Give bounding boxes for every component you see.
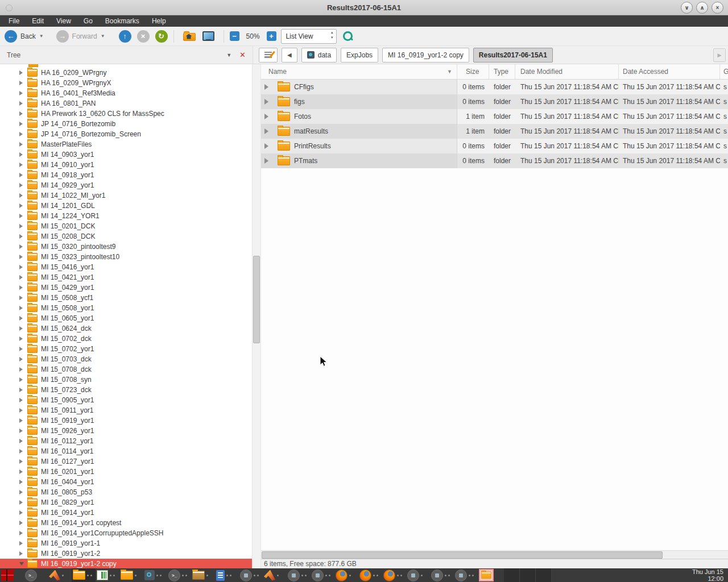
tree-item[interactable]: MI 15_0702_dck: [0, 334, 252, 344]
tree-item[interactable]: MI 15_0702_yor1: [0, 344, 252, 354]
tree-item[interactable]: MI 15_0708_syn: [0, 375, 252, 385]
tree-options-dropdown-icon[interactable]: ▼: [226, 52, 231, 58]
expander-icon[interactable]: [19, 541, 24, 546]
expander-icon[interactable]: [19, 357, 24, 361]
expander-icon[interactable]: [19, 316, 24, 321]
expander-icon[interactable]: [19, 439, 24, 443]
taskbar-item[interactable]: [358, 568, 382, 582]
taskbar-item[interactable]: [382, 568, 406, 582]
view-mode-spinner[interactable]: ▲▼: [326, 31, 334, 39]
tree-item[interactable]: MI 14_0910_yor1: [0, 160, 252, 170]
tree-item[interactable]: MasterPlateFiles: [0, 139, 252, 149]
row-expander-icon[interactable]: [264, 114, 268, 119]
menu-item-bookmarks[interactable]: Bookmarks: [99, 15, 146, 27]
expander-icon[interactable]: [19, 224, 24, 228]
tree-scrollbar-thumb[interactable]: [253, 256, 260, 343]
taskbar-item[interactable]: [0, 568, 24, 582]
taskbar-item[interactable]: [406, 568, 430, 582]
tree-item[interactable]: MI 14_1224_YOR1: [0, 211, 252, 221]
expander-icon[interactable]: [19, 459, 24, 464]
tree-item[interactable]: MI 16_0805_p53: [0, 487, 252, 497]
forward-button[interactable]: →: [56, 30, 69, 43]
tree-item[interactable]: MI 16_0919_yor1-2: [0, 548, 252, 559]
workspace-pager[interactable]: [504, 568, 552, 582]
taskbar-item[interactable]: [119, 568, 143, 582]
tree-item[interactable]: HA 16_0209_WPrgnyX: [0, 78, 252, 88]
table-row[interactable]: figs0 itemsfolderThu 15 Jun 2017 11:18:5…: [261, 94, 728, 109]
expander-icon[interactable]: [19, 521, 24, 525]
search-icon[interactable]: [342, 31, 354, 42]
row-expander-icon[interactable]: [264, 84, 268, 90]
tree-item[interactable]: HA 16_0801_PAN: [0, 98, 252, 109]
row-expander-icon[interactable]: [264, 143, 268, 149]
expander-icon[interactable]: [19, 551, 24, 556]
tree-item[interactable]: MI 16_0201_yor1: [0, 467, 252, 477]
expander-icon[interactable]: [19, 449, 24, 454]
back-label[interactable]: Back: [20, 32, 36, 40]
expander-icon[interactable]: [19, 285, 24, 290]
tree-item[interactable]: MI 14_0903_yor1: [0, 149, 252, 160]
expander-icon[interactable]: [19, 500, 24, 505]
expander-icon[interactable]: [19, 183, 24, 188]
column-header-date-modified[interactable]: Date Modified: [515, 64, 619, 79]
taskbar-item[interactable]: [191, 568, 215, 582]
tree-item[interactable]: MI 15_0320_pintooltest9: [0, 242, 252, 252]
expander-icon[interactable]: [19, 469, 24, 474]
zoom-in-button[interactable]: +: [267, 31, 276, 41]
home-button[interactable]: [183, 32, 196, 41]
table-row[interactable]: CFfigs0 itemsfolderThu 15 Jun 2017 11:18…: [261, 80, 728, 94]
tree-item[interactable]: MI 15_0723_dck: [0, 385, 252, 395]
expander-icon[interactable]: [19, 480, 24, 484]
menu-item-go[interactable]: Go: [77, 15, 99, 27]
column-header-size[interactable]: Size: [457, 64, 489, 79]
row-expander-icon[interactable]: [264, 99, 268, 105]
expander-icon[interactable]: [19, 214, 24, 218]
forward-label[interactable]: Forward: [72, 32, 97, 40]
expander-icon[interactable]: [19, 111, 24, 116]
tree-item[interactable]: MI 14_0918_yor1: [0, 170, 252, 180]
expander-icon[interactable]: [19, 429, 24, 433]
expander-icon[interactable]: [19, 70, 24, 75]
table-row[interactable]: matResults1 itemfolderThu 15 Jun 2017 11…: [261, 124, 728, 139]
edit-path-button[interactable]: [259, 48, 278, 63]
expander-icon[interactable]: [19, 101, 24, 106]
back-button[interactable]: ←: [5, 30, 17, 43]
taskbar-item[interactable]: [96, 568, 119, 582]
expander-icon[interactable]: [19, 408, 24, 413]
tree-item[interactable]: MI 15_0605_yor1: [0, 313, 252, 323]
expander-icon[interactable]: [19, 490, 24, 494]
path-back-chevron-button[interactable]: ◀: [282, 48, 297, 63]
tree-item[interactable]: MI 16_0919_yor1-1: [0, 538, 252, 548]
taskbar-item[interactable]: [215, 568, 239, 582]
tree-item[interactable]: MI 15_0429_yor1: [0, 282, 252, 293]
expander-icon[interactable]: [19, 142, 24, 147]
column-header-g[interactable]: G: [720, 64, 728, 79]
tree-item[interactable]: MI 15_0201_DCK: [0, 221, 252, 231]
expander-icon[interactable]: [19, 336, 24, 341]
horizontal-scrollbar[interactable]: [261, 550, 728, 559]
tree-item[interactable]: MI 15_0421_yor1: [0, 272, 252, 282]
column-header-type[interactable]: Type: [489, 64, 515, 79]
column-header-name[interactable]: Name▼: [261, 64, 457, 79]
tree-item[interactable]: MI 16_0404_yor1: [0, 477, 252, 487]
expander-icon[interactable]: [19, 255, 24, 259]
taskbar-item[interactable]: >_: [167, 568, 191, 582]
taskbar-item[interactable]: [143, 568, 167, 582]
tree-close-icon[interactable]: ✕: [239, 51, 246, 59]
expander-icon[interactable]: [19, 122, 24, 126]
file-list-empty-area[interactable]: [261, 168, 728, 550]
menu-item-view[interactable]: View: [50, 15, 77, 27]
view-mode-select[interactable]: List View ▲▼: [281, 29, 337, 44]
tree-item[interactable]: MI 14_1022_MI_yor1: [0, 190, 252, 201]
tree-item[interactable]: MI 16_0914_yor1CorrupuptedAppleSSH: [0, 528, 252, 538]
tree-item[interactable]: MI 15_0926_yor1: [0, 426, 252, 436]
path-segment-button[interactable]: data: [301, 48, 337, 63]
tree-item[interactable]: MI 15_0703_dck: [0, 354, 252, 364]
forward-history-dropdown[interactable]: ▼: [101, 34, 105, 39]
tree-item[interactable]: MI 15_0905_yor1: [0, 395, 252, 405]
expander-icon[interactable]: [19, 388, 24, 392]
expander-icon[interactable]: [19, 244, 24, 249]
expander-icon[interactable]: [19, 203, 24, 208]
tree-item[interactable]: MI 15_0508_yor1: [0, 303, 252, 313]
expander-icon[interactable]: [19, 193, 24, 198]
